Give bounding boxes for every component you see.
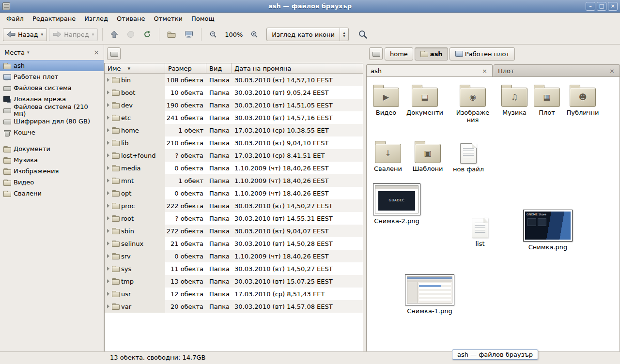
expander-icon[interactable]	[107, 229, 109, 233]
table-row[interactable]: boot 10 обекта Папка 30.03.2010 (вт) 9,0…	[105, 86, 363, 99]
tab-close-icon[interactable]: ×	[608, 67, 616, 75]
icon-view-item[interactable]: ▤ Документи	[406, 84, 443, 116]
tab[interactable]: ash ×	[366, 64, 493, 76]
column-header[interactable]: Дата на промяна ▾	[232, 63, 363, 74]
sidebar-close-icon[interactable]: ×	[93, 48, 99, 56]
table-row[interactable]: lost+found ? обекта Папка 17.03.2010 (ср…	[105, 149, 363, 162]
icon-view-item[interactable]: list	[462, 215, 498, 247]
sidebar-item[interactable]: Свалени	[0, 188, 104, 199]
icon-view-item[interactable]: GNOME Store GNOME Store Снимка.png	[522, 210, 574, 251]
zoom-out-button[interactable]	[206, 28, 220, 41]
pathbar-button[interactable]: Работен плот	[450, 47, 515, 61]
icon-view-item[interactable]: ▶ Видео	[368, 84, 404, 116]
computer-button[interactable]	[181, 28, 197, 41]
back-dropdown-icon[interactable]: ▾	[41, 32, 44, 37]
stop-button[interactable]	[124, 28, 138, 41]
table-row[interactable]: root ? обекта Папка 30.03.2010 (вт) 14,5…	[105, 212, 363, 225]
expander-icon[interactable]	[107, 103, 109, 107]
expander-icon[interactable]	[107, 292, 109, 296]
table-row[interactable]: tmp 13 обекта Папка 30.03.2010 (вт) 15,0…	[105, 275, 363, 288]
sidebar-item[interactable]: Файлова система (210 MB)	[0, 105, 104, 116]
sidebar-item[interactable]: Видео	[0, 177, 104, 188]
column-header[interactable]: Име ▾	[105, 63, 165, 74]
table-row[interactable]: proc 222 обекта Папка 30.03.2010 (вт) 14…	[105, 199, 363, 212]
up-button[interactable]	[107, 28, 122, 41]
expander-icon[interactable]	[107, 279, 109, 283]
expander-icon[interactable]	[107, 141, 109, 145]
expander-icon[interactable]	[107, 267, 109, 271]
sidebar-item[interactable]: Документи	[0, 143, 104, 154]
icon-view-item[interactable]: Снимка-1.png	[404, 274, 455, 315]
tab-close-icon[interactable]: ×	[481, 67, 488, 75]
menu-item[interactable]: Изглед	[80, 14, 112, 24]
back-button[interactable]: Назад ▾	[3, 28, 47, 41]
table-row[interactable]: usr 12 обекта Папка 17.03.2010 (ср) 8,51…	[105, 288, 363, 300]
combo-stepper-icon[interactable]: ▴▾	[340, 28, 348, 41]
icon-view-item[interactable]: GUADEC GUADEC Снимка-2.png	[372, 183, 421, 225]
icon-view-item[interactable]: ▣ Шаблони	[409, 140, 446, 172]
expander-icon[interactable]	[107, 116, 109, 120]
sidebar-dropdown-icon[interactable]: ▾	[27, 50, 30, 55]
expander-icon[interactable]	[107, 153, 109, 157]
view-mode-select[interactable]: Изглед като икони ▴▾	[266, 28, 349, 41]
reload-button[interactable]	[140, 28, 155, 41]
expander-icon[interactable]	[107, 91, 109, 94]
tab[interactable]: Плот ×	[494, 64, 620, 76]
expander-icon[interactable]	[107, 128, 109, 132]
pathbar-root-button[interactable]	[107, 47, 121, 60]
expander-icon[interactable]	[107, 191, 109, 195]
minimize-button[interactable]: –	[586, 2, 595, 11]
expander-icon[interactable]	[107, 216, 109, 220]
table-row[interactable]: var 20 обекта Папка 30.03.2010 (вт) 14,5…	[105, 300, 363, 313]
sidebar-item[interactable]: Шифриран дял (80 GB)	[0, 116, 104, 127]
expander-icon[interactable]	[107, 254, 109, 258]
icon-view-item[interactable]: нов файл	[450, 141, 487, 173]
table-row[interactable]: opt 0 обекта Папка 1.10.2009 (чт) 18,40,…	[105, 187, 363, 199]
pathbar-button[interactable]: ash	[415, 47, 448, 61]
icon-view-item[interactable]: ☻ Публични	[564, 84, 601, 116]
pathbar-button[interactable]: home	[385, 47, 413, 61]
expander-icon[interactable]	[107, 304, 109, 308]
menu-item[interactable]: Файл	[2, 14, 28, 24]
column-header[interactable]: Размер ▾	[165, 63, 206, 74]
sidebar-item[interactable]: ash	[0, 60, 104, 71]
menu-item[interactable]: Помощ	[187, 14, 219, 24]
pathbar-root-button[interactable]	[369, 47, 383, 60]
expander-icon[interactable]	[107, 204, 109, 208]
column-header[interactable]: Вид ▾	[206, 63, 232, 74]
table-row[interactable]: mnt 1 обект Папка 1.10.2009 (чт) 18,40,2…	[105, 174, 363, 187]
table-row[interactable]: lib 210 обекта Папка 30.03.2010 (вт) 9,0…	[105, 136, 363, 149]
table-row[interactable]: media 0 обекта Папка 1.10.2009 (чт) 18,4…	[105, 162, 363, 174]
table-row[interactable]: etc 241 обекта Папка 30.03.2010 (вт) 14,…	[105, 111, 363, 124]
table-row[interactable]: bin 108 обекта Папка 30.03.2010 (вт) 14,…	[105, 74, 363, 86]
expander-icon[interactable]	[107, 78, 109, 82]
icon-view-item[interactable]: ◉ Изображения	[454, 84, 491, 123]
maximize-button[interactable]: □	[597, 2, 606, 11]
menu-item[interactable]: Отметки	[149, 14, 186, 24]
table-row[interactable]: selinux 21 обекта Папка 30.03.2010 (вт) …	[105, 237, 363, 250]
search-button[interactable]	[355, 27, 371, 42]
sidebar-title[interactable]: Места	[4, 49, 25, 56]
expander-icon[interactable]	[107, 242, 109, 245]
close-button[interactable]: ×	[608, 2, 618, 11]
sidebar-item[interactable]: Изображения	[0, 166, 104, 177]
zoom-in-button[interactable]	[247, 28, 262, 41]
icon-view-item[interactable]: ↓ Свалени	[370, 140, 406, 172]
menu-item[interactable]: Редактиране	[28, 14, 80, 24]
forward-button[interactable]: Напред ▾	[49, 28, 98, 41]
table-row[interactable]: home 1 обект Папка 17.03.2010 (ср) 10,38…	[105, 124, 363, 136]
sidebar-item[interactable]: Файлова система	[0, 82, 104, 93]
home-button[interactable]	[164, 28, 179, 41]
table-row[interactable]: srv 0 обекта Папка 1.10.2009 (чт) 18,40,…	[105, 250, 363, 262]
menu-item[interactable]: Отиване	[112, 14, 149, 24]
table-row[interactable]: sys 11 обекта Папка 30.03.2010 (вт) 14,5…	[105, 262, 363, 275]
table-row[interactable]: dev 190 обекта Папка 30.03.2010 (вт) 14,…	[105, 99, 363, 111]
sidebar-item[interactable]: Музика	[0, 154, 104, 166]
sidebar-item[interactable]: Работен плот	[0, 71, 104, 82]
expander-icon[interactable]	[107, 179, 109, 182]
sidebar-item[interactable]: Кошче	[0, 127, 104, 138]
icon-view-item[interactable]: ▦ Плот	[528, 84, 565, 116]
icon-view-item[interactable]: ♫ Музика	[496, 84, 533, 116]
table-row[interactable]: sbin 272 обекта Папка 30.03.2010 (вт) 9,…	[105, 225, 363, 237]
expander-icon[interactable]	[107, 166, 109, 170]
